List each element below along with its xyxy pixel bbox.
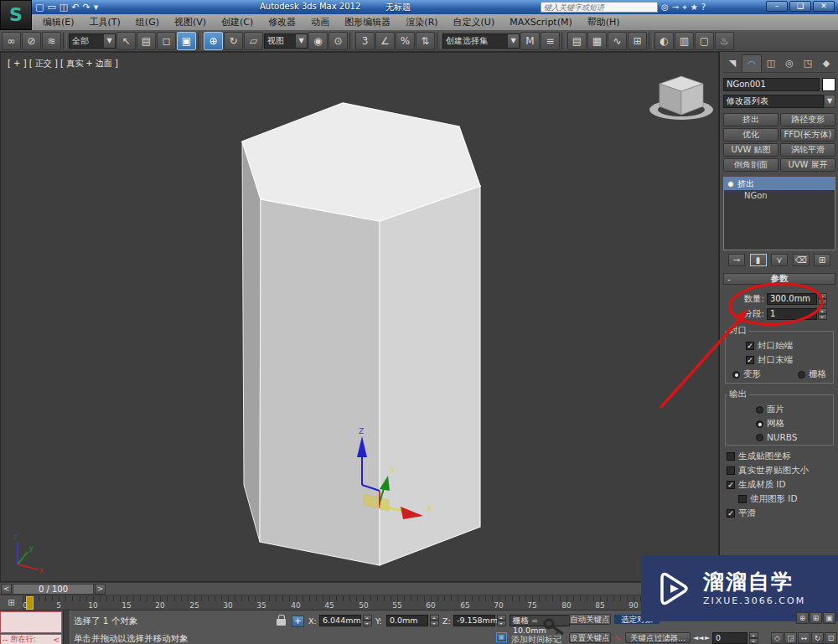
uvw-map-button[interactable]: UVW 贴图	[723, 143, 779, 157]
spinner-snap-icon[interactable]: ⇅	[416, 32, 435, 50]
fov-icon[interactable]: ◇	[771, 632, 784, 644]
selection-filter-dropdown[interactable]: 全部▼	[69, 33, 116, 49]
absolute-mode-icon[interactable]: +	[292, 616, 304, 627]
prev-frame-button[interactable]: <	[1, 584, 12, 595]
configure-modifier-sets-icon[interactable]: ⊞	[814, 254, 830, 266]
y-spinner[interactable]	[430, 615, 439, 626]
unlink-selection-icon[interactable]: ⊘	[22, 32, 41, 50]
patch-radio[interactable]	[756, 406, 763, 414]
search-icon[interactable]: ◎	[661, 3, 669, 12]
selection-lock-icon[interactable]	[277, 619, 286, 626]
use-pivot-point-icon[interactable]: ◉	[308, 32, 328, 50]
x-coordinate-field[interactable]: 6.044mm	[319, 615, 361, 626]
extrude-button[interactable]: 挤出	[723, 113, 779, 126]
rectangular-selection-region-icon[interactable]: ◻	[157, 32, 176, 50]
ffd-box-button[interactable]: FFD(长方体)	[780, 128, 835, 142]
auto-key-button[interactable]: 自动关键点	[569, 614, 611, 625]
snaps-toggle-icon[interactable]: 3	[355, 32, 375, 50]
listener-scroll-arrow[interactable]: <	[53, 636, 59, 644]
rendered-frame-icon[interactable]: ▢	[695, 32, 714, 50]
ref-coord-dropdown[interactable]: 视图▼	[264, 33, 308, 49]
uvw-unwrap-button[interactable]: UVW 展开	[780, 158, 835, 172]
realworld-checkbox[interactable]	[727, 466, 735, 475]
frame-range-indicator[interactable]: 0 / 100	[13, 584, 94, 595]
frame-spinner[interactable]	[749, 632, 758, 644]
schematic-view-icon[interactable]: ⊞	[628, 32, 647, 50]
bevel-profile-button[interactable]: 倒角剖面	[723, 158, 779, 172]
modifier-list-dropdown[interactable]: 修改器列表	[723, 95, 824, 108]
toolbar-options-icon[interactable]: ▾	[94, 2, 99, 13]
menu-modifiers[interactable]: 修改器	[261, 14, 303, 30]
curve-editor-icon[interactable]: ∿	[608, 32, 627, 50]
menu-tools[interactable]: 工具(T)	[82, 14, 128, 30]
current-frame-field[interactable]: 0	[712, 632, 747, 644]
maxscript-listener-line[interactable]: -- 所在行: <	[0, 634, 62, 644]
select-and-move-icon[interactable]: ⊕	[204, 32, 223, 50]
select-and-rotate-icon[interactable]: ↻	[224, 32, 243, 50]
z-coordinate-field[interactable]: -9.158mm	[453, 615, 495, 626]
display-tab[interactable]: ◳	[799, 54, 817, 72]
menu-rendering[interactable]: 渲染(R)	[398, 14, 445, 30]
z-spinner[interactable]	[497, 615, 506, 626]
undo-icon[interactable]: ↶	[71, 2, 79, 13]
wrench-icon[interactable]: ⊸	[672, 3, 679, 12]
cap-start-checkbox[interactable]: ✓	[746, 342, 754, 350]
render-setup-icon[interactable]: ▥	[675, 32, 694, 50]
mesh-radio[interactable]	[756, 420, 763, 428]
3dsmax-logo[interactable]: S	[0, 0, 32, 30]
cap-end-checkbox[interactable]: ✓	[746, 356, 754, 364]
zoom-icon[interactable]: ⊕	[796, 612, 809, 624]
communication-center-icon[interactable]: ⌖	[682, 3, 687, 13]
segments-spinner[interactable]	[818, 308, 827, 320]
layer-manager-icon[interactable]: ▤	[567, 32, 587, 50]
x-spinner[interactable]	[363, 615, 372, 626]
stack-item-extrude[interactable]: 挤出	[724, 178, 835, 190]
select-object-icon[interactable]: ↖	[116, 32, 136, 50]
show-end-result-icon[interactable]: ▮	[750, 254, 767, 266]
maximize-button[interactable]: ❑	[789, 1, 811, 12]
viewport-label[interactable]: [ + ] [ 正交 ] [ 真实 + 边面 ]	[8, 58, 118, 70]
smooth-checkbox[interactable]: ✓	[727, 509, 735, 518]
listener-splitter[interactable]	[63, 611, 70, 644]
open-file-icon[interactable]: ▭	[47, 2, 55, 13]
menu-help[interactable]: 帮助(H)	[580, 14, 628, 30]
lightbulb-icon[interactable]	[727, 181, 734, 188]
create-tab[interactable]: ◥	[723, 54, 742, 72]
region-zoom-icon[interactable]: ◲	[784, 632, 797, 644]
timeline-ruler[interactable]: ⊞ 0 5 10 15 20 25 30 35 40 45 50 55 60 6…	[0, 595, 719, 610]
menu-group[interactable]: 组(G)	[128, 14, 167, 30]
gen-mapping-checkbox[interactable]	[727, 452, 735, 461]
menu-graph-editors[interactable]: 图形编辑器	[337, 14, 398, 30]
maximize-viewport-icon[interactable]: ⊡	[825, 632, 837, 644]
stack-item-ngon[interactable]: NGon	[724, 190, 835, 202]
gen-matid-checkbox[interactable]: ✓	[727, 481, 735, 489]
bind-to-space-warp-icon[interactable]: ≋	[42, 32, 61, 50]
key-filters-button[interactable]: 关键点过滤器...	[625, 632, 691, 643]
previous-key-icon[interactable]: ◄◄	[693, 634, 703, 641]
collapse-icon[interactable]: -	[724, 274, 734, 284]
new-scene-icon[interactable]: ▢	[35, 2, 44, 13]
viewport[interactable]: [ + ] [ 正交 ] [ 真实 + 边面 ]	[0, 52, 719, 582]
named-selection-set-dropdown[interactable]: 创建选择集▼	[442, 33, 520, 49]
chevron-down-icon[interactable]: ▼	[296, 34, 307, 48]
close-button[interactable]: ✕	[813, 1, 835, 12]
select-and-scale-icon[interactable]: ▱	[244, 32, 263, 50]
object-color-swatch[interactable]	[822, 78, 835, 91]
hierarchy-tab[interactable]: ◫	[762, 54, 780, 72]
percent-snap-icon[interactable]: %	[396, 32, 415, 50]
next-frame-button[interactable]: >	[95, 584, 106, 595]
remove-modifier-icon[interactable]: ⌫	[793, 254, 810, 266]
utilities-tab[interactable]: ◆	[817, 54, 835, 72]
chevron-down-icon[interactable]: ▼	[508, 34, 519, 48]
amount-field[interactable]: 300.0mm	[767, 293, 817, 305]
pan-icon[interactable]: ↔	[798, 632, 810, 644]
menu-maxscript[interactable]: MAXScript(M)	[502, 14, 580, 30]
mirror-icon[interactable]: M	[520, 32, 540, 50]
zoom-all-icon[interactable]: ⊞	[810, 612, 822, 624]
object-name-field[interactable]: NGon001	[723, 78, 820, 91]
help-icon[interactable]: ?	[701, 3, 706, 12]
orbit-icon[interactable]: ↻	[811, 632, 824, 644]
graphite-ribbon-icon[interactable]: ▦	[587, 32, 607, 50]
make-unique-icon[interactable]: ⋎	[771, 254, 788, 266]
amount-spinner[interactable]	[818, 293, 827, 305]
